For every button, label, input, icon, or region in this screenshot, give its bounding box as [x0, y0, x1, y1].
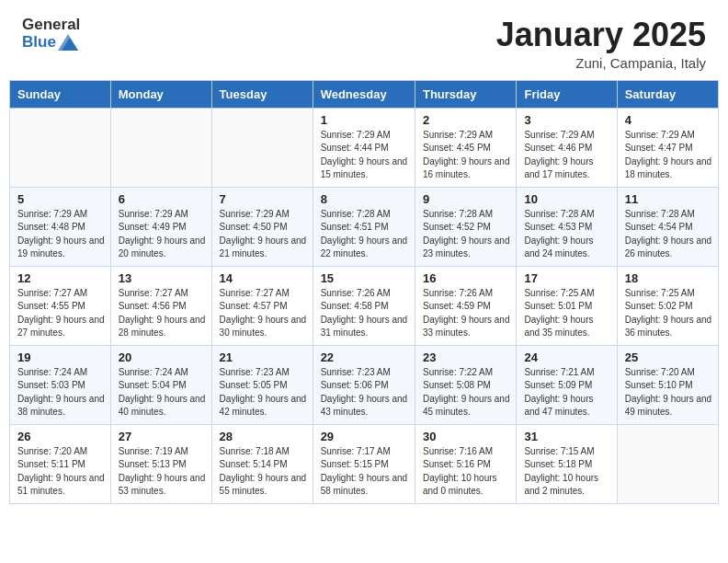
- week-row-5: 26Sunrise: 7:20 AMSunset: 5:11 PMDayligh…: [10, 424, 719, 503]
- day-number: 27: [119, 430, 206, 443]
- day-number: 9: [423, 192, 510, 206]
- day-info: Sunrise: 7:26 AMSunset: 4:59 PMDaylight:…: [423, 287, 510, 340]
- day-info: Sunrise: 7:28 AMSunset: 4:53 PMDaylight:…: [524, 208, 610, 261]
- day-info: Sunrise: 7:28 AMSunset: 4:54 PMDaylight:…: [625, 208, 712, 261]
- day-cell-1: 1Sunrise: 7:29 AMSunset: 4:44 PMDaylight…: [313, 108, 415, 187]
- day-info: Sunrise: 7:23 AMSunset: 5:06 PMDaylight:…: [321, 366, 409, 419]
- weekday-thursday: Thursday: [415, 80, 516, 108]
- empty-cell: [10, 108, 111, 187]
- day-number: 3: [524, 113, 610, 127]
- day-cell-23: 23Sunrise: 7:22 AMSunset: 5:08 PMDayligh…: [415, 345, 516, 424]
- day-number: 5: [17, 192, 105, 206]
- weekday-friday: Friday: [517, 80, 617, 108]
- day-cell-14: 14Sunrise: 7:27 AMSunset: 4:57 PMDayligh…: [211, 266, 313, 345]
- day-number: 28: [220, 430, 307, 443]
- day-info: Sunrise: 7:29 AMSunset: 4:47 PMDaylight:…: [625, 129, 712, 182]
- day-number: 20: [119, 350, 206, 364]
- day-cell-6: 6Sunrise: 7:29 AMSunset: 4:49 PMDaylight…: [110, 187, 211, 266]
- day-cell-27: 27Sunrise: 7:19 AMSunset: 5:13 PMDayligh…: [110, 424, 211, 503]
- logo-icon: [58, 34, 78, 51]
- day-info: Sunrise: 7:29 AMSunset: 4:49 PMDaylight:…: [119, 208, 206, 261]
- day-number: 22: [321, 350, 409, 364]
- day-info: Sunrise: 7:29 AMSunset: 4:48 PMDaylight:…: [17, 208, 105, 261]
- page: General Blue January 2025 Zuni, Campania…: [0, 0, 728, 563]
- day-info: Sunrise: 7:17 AMSunset: 5:15 PMDaylight:…: [321, 445, 409, 499]
- empty-cell: [211, 108, 313, 187]
- day-number: 4: [625, 113, 712, 127]
- day-cell-31: 31Sunrise: 7:15 AMSunset: 5:18 PMDayligh…: [517, 424, 617, 503]
- day-cell-24: 24Sunrise: 7:21 AMSunset: 5:09 PMDayligh…: [517, 345, 617, 424]
- day-info: Sunrise: 7:15 AMSunset: 5:18 PMDaylight:…: [524, 445, 610, 499]
- day-number: 24: [524, 350, 610, 364]
- day-info: Sunrise: 7:28 AMSunset: 4:51 PMDaylight:…: [321, 208, 409, 261]
- day-cell-30: 30Sunrise: 7:16 AMSunset: 5:16 PMDayligh…: [415, 424, 516, 503]
- day-cell-21: 21Sunrise: 7:23 AMSunset: 5:05 PMDayligh…: [211, 345, 313, 424]
- weekday-tuesday: Tuesday: [211, 80, 313, 108]
- day-number: 30: [423, 430, 510, 443]
- day-cell-12: 12Sunrise: 7:27 AMSunset: 4:55 PMDayligh…: [10, 266, 111, 345]
- day-number: 26: [17, 430, 105, 443]
- day-info: Sunrise: 7:23 AMSunset: 5:05 PMDaylight:…: [220, 366, 307, 419]
- day-cell-8: 8Sunrise: 7:28 AMSunset: 4:51 PMDaylight…: [313, 187, 415, 266]
- day-cell-22: 22Sunrise: 7:23 AMSunset: 5:06 PMDayligh…: [313, 345, 415, 424]
- day-cell-28: 28Sunrise: 7:18 AMSunset: 5:14 PMDayligh…: [211, 424, 313, 503]
- day-number: 19: [17, 350, 105, 364]
- empty-cell: [617, 424, 718, 503]
- day-number: 13: [119, 271, 206, 285]
- day-number: 1: [321, 113, 409, 127]
- day-info: Sunrise: 7:25 AMSunset: 5:02 PMDaylight:…: [625, 287, 712, 340]
- day-info: Sunrise: 7:21 AMSunset: 5:09 PMDaylight:…: [524, 366, 610, 419]
- day-cell-20: 20Sunrise: 7:24 AMSunset: 5:04 PMDayligh…: [110, 345, 211, 424]
- day-number: 14: [220, 271, 307, 285]
- day-info: Sunrise: 7:27 AMSunset: 4:57 PMDaylight:…: [220, 287, 307, 340]
- logo: General Blue: [22, 17, 80, 51]
- day-number: 8: [321, 192, 409, 206]
- title-block: January 2025 Zuni, Campania, Italy: [496, 17, 706, 71]
- day-number: 31: [524, 430, 610, 443]
- week-row-2: 5Sunrise: 7:29 AMSunset: 4:48 PMDaylight…: [10, 187, 719, 266]
- day-cell-17: 17Sunrise: 7:25 AMSunset: 5:01 PMDayligh…: [517, 266, 617, 345]
- day-info: Sunrise: 7:25 AMSunset: 5:01 PMDaylight:…: [524, 287, 610, 340]
- empty-cell: [110, 108, 211, 187]
- day-cell-7: 7Sunrise: 7:29 AMSunset: 4:50 PMDaylight…: [211, 187, 313, 266]
- day-number: 10: [524, 192, 610, 206]
- day-cell-10: 10Sunrise: 7:28 AMSunset: 4:53 PMDayligh…: [517, 187, 617, 266]
- day-cell-16: 16Sunrise: 7:26 AMSunset: 4:59 PMDayligh…: [415, 266, 516, 345]
- day-cell-5: 5Sunrise: 7:29 AMSunset: 4:48 PMDaylight…: [10, 187, 111, 266]
- day-cell-9: 9Sunrise: 7:28 AMSunset: 4:52 PMDaylight…: [415, 187, 516, 266]
- day-info: Sunrise: 7:19 AMSunset: 5:13 PMDaylight:…: [119, 445, 206, 499]
- day-info: Sunrise: 7:29 AMSunset: 4:46 PMDaylight:…: [524, 129, 610, 182]
- weekday-monday: Monday: [110, 80, 211, 108]
- day-number: 21: [220, 350, 307, 364]
- day-number: 29: [321, 430, 409, 443]
- day-number: 11: [625, 192, 712, 206]
- day-info: Sunrise: 7:27 AMSunset: 4:56 PMDaylight:…: [119, 287, 206, 340]
- day-number: 7: [220, 192, 307, 206]
- day-cell-13: 13Sunrise: 7:27 AMSunset: 4:56 PMDayligh…: [110, 266, 211, 345]
- day-info: Sunrise: 7:18 AMSunset: 5:14 PMDaylight:…: [220, 445, 307, 499]
- week-row-1: 1Sunrise: 7:29 AMSunset: 4:44 PMDaylight…: [10, 108, 719, 187]
- day-number: 15: [321, 271, 409, 285]
- day-cell-26: 26Sunrise: 7:20 AMSunset: 5:11 PMDayligh…: [10, 424, 111, 503]
- day-info: Sunrise: 7:22 AMSunset: 5:08 PMDaylight:…: [423, 366, 510, 419]
- day-cell-3: 3Sunrise: 7:29 AMSunset: 4:46 PMDaylight…: [517, 108, 617, 187]
- week-row-3: 12Sunrise: 7:27 AMSunset: 4:55 PMDayligh…: [10, 266, 719, 345]
- weekday-header-row: SundayMondayTuesdayWednesdayThursdayFrid…: [10, 80, 719, 108]
- day-number: 25: [625, 350, 712, 364]
- day-cell-18: 18Sunrise: 7:25 AMSunset: 5:02 PMDayligh…: [617, 266, 718, 345]
- calendar-table: SundayMondayTuesdayWednesdayThursdayFrid…: [9, 80, 719, 504]
- day-info: Sunrise: 7:20 AMSunset: 5:11 PMDaylight:…: [17, 445, 105, 499]
- week-row-4: 19Sunrise: 7:24 AMSunset: 5:03 PMDayligh…: [10, 345, 719, 424]
- day-info: Sunrise: 7:24 AMSunset: 5:04 PMDaylight:…: [119, 366, 206, 419]
- day-number: 17: [524, 271, 610, 285]
- calendar-wrapper: SundayMondayTuesdayWednesdayThursdayFrid…: [0, 80, 728, 513]
- day-info: Sunrise: 7:16 AMSunset: 5:16 PMDaylight:…: [423, 445, 510, 499]
- logo-general-text: General: [22, 17, 80, 34]
- day-info: Sunrise: 7:29 AMSunset: 4:50 PMDaylight:…: [220, 208, 307, 261]
- day-cell-15: 15Sunrise: 7:26 AMSunset: 4:58 PMDayligh…: [313, 266, 415, 345]
- weekday-wednesday: Wednesday: [313, 80, 415, 108]
- day-number: 18: [625, 271, 712, 285]
- day-cell-2: 2Sunrise: 7:29 AMSunset: 4:45 PMDaylight…: [415, 108, 516, 187]
- day-number: 2: [423, 113, 510, 127]
- day-cell-19: 19Sunrise: 7:24 AMSunset: 5:03 PMDayligh…: [10, 345, 111, 424]
